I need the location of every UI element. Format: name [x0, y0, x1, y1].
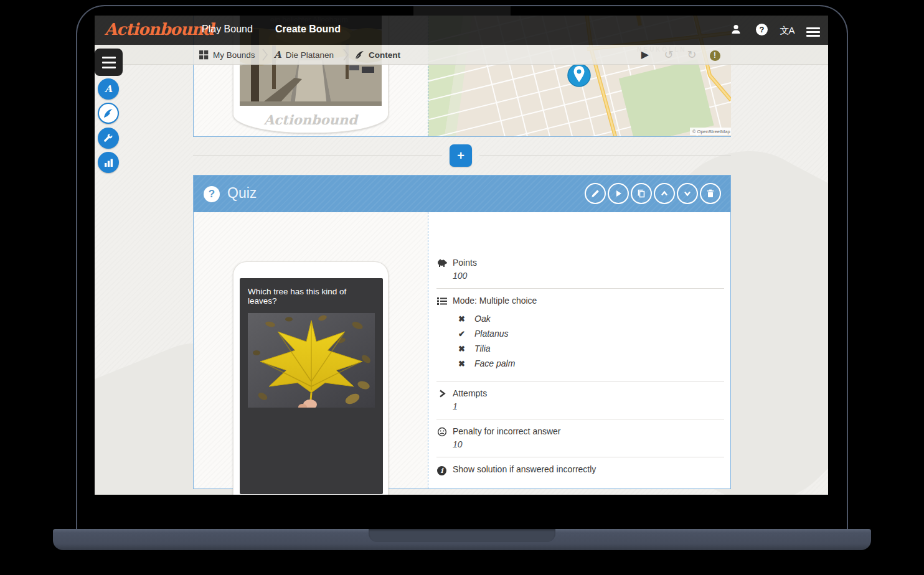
breadcrumb: My Bounds A Die Platanen Content ▶	[95, 45, 828, 65]
plus-icon: +	[457, 149, 464, 162]
nav-create-bound[interactable]: Create Bound	[275, 24, 341, 35]
sidebar-item-bound[interactable]: A	[98, 78, 119, 100]
wrong-answer-icon: ✖	[458, 314, 467, 324]
wrong-answer-icon: ✖	[458, 359, 467, 368]
add-element-button[interactable]: +	[450, 144, 472, 167]
laptop-mockup: Actionbound	[0, 0, 924, 575]
edit-button[interactable]	[585, 183, 606, 204]
points-row: Points 100	[436, 258, 724, 287]
svg-text:?: ?	[759, 25, 764, 34]
breadcrumb-my-bounds[interactable]: My Bounds	[199, 45, 255, 65]
phone-brand-watermark: Actionbound	[233, 494, 388, 495]
user-icon[interactable]	[728, 23, 743, 38]
actionbound-logo[interactable]: Actionbound	[105, 20, 214, 39]
preview-button[interactable]	[608, 183, 629, 204]
help-icon[interactable]: ?	[754, 23, 769, 38]
sidebar-item-settings[interactable]	[98, 128, 119, 149]
solution-row: i Show solution if answered incorrectly	[436, 464, 724, 481]
bound-icon: A	[274, 49, 281, 60]
laptop-base-lip	[369, 529, 555, 542]
answer-options: ✖ Oak ✔ Platanus ✖ Tilia	[458, 314, 724, 368]
breadcrumb-separator	[339, 48, 352, 62]
breadcrumb-content[interactable]: Content	[355, 45, 400, 65]
quiz-card-title: Quiz	[227, 185, 257, 202]
wrong-answer-icon: ✖	[458, 344, 467, 353]
duplicate-button[interactable]	[631, 183, 652, 204]
redo-icon[interactable]: ↻	[684, 48, 699, 62]
pencil-icon	[590, 189, 600, 199]
answer-label: Tilia	[474, 344, 491, 353]
breadcrumb-bound-name[interactable]: A Die Platanen	[274, 45, 334, 65]
answer-label: Platanus	[474, 329, 508, 339]
mode-label: Mode: Multiple choice	[453, 296, 724, 306]
answer-option: ✖ Face palm	[458, 358, 724, 368]
penalty-value: 10	[453, 439, 724, 449]
trash-icon	[705, 189, 715, 199]
grid-icon	[199, 50, 209, 60]
info-icon: i	[436, 465, 447, 475]
play-icon	[613, 189, 623, 199]
nav-play-bound[interactable]: Play Bound	[202, 24, 253, 35]
quiz-question-text: Which tree has this kind of leaves?	[240, 278, 383, 312]
points-label: Points	[453, 258, 724, 268]
alert-icon[interactable]: !	[707, 48, 722, 62]
quiz-details-panel: Points 100	[436, 258, 724, 481]
top-navbar: Actionbound Play Bound Create Bound ? 文A	[95, 16, 828, 45]
undo-icon[interactable]: ↺	[661, 48, 676, 62]
attempts-label: Attempts	[453, 388, 724, 399]
wrench-icon	[103, 133, 113, 143]
move-up-button[interactable]	[654, 183, 675, 204]
sidebar-menu-button[interactable]	[95, 49, 123, 76]
sidebar-item-results[interactable]	[98, 152, 119, 173]
breadcrumb-separator	[258, 48, 271, 62]
chevron-down-icon	[682, 189, 692, 199]
copy-icon	[636, 189, 646, 199]
delete-button[interactable]	[700, 183, 721, 204]
answer-option: ✖ Oak	[458, 314, 724, 324]
quiz-element-card: ? Quiz	[193, 175, 731, 489]
piggy-bank-icon	[436, 258, 447, 269]
menu-icon[interactable]	[806, 23, 821, 38]
answer-label: Face palm	[474, 358, 515, 368]
sad-face-icon	[436, 427, 447, 437]
bound-icon: A	[105, 83, 112, 95]
move-down-button[interactable]	[677, 183, 698, 204]
feather-icon	[103, 108, 113, 118]
chevron-up-icon	[659, 189, 669, 199]
answer-option: ✖ Tilia	[458, 344, 724, 353]
quiz-type-icon: ?	[204, 186, 220, 202]
map-attribution: © OpenStreetMap	[692, 129, 730, 134]
bar-chart-icon	[104, 158, 113, 167]
quiz-card-header: ? Quiz	[194, 175, 730, 212]
translate-icon[interactable]: 文A	[780, 23, 794, 38]
correct-answer-icon: ✔	[458, 329, 467, 339]
attempts-row: Attempts 1	[436, 388, 724, 418]
card-pane-divider	[428, 212, 428, 489]
sidebar-item-content[interactable]	[98, 103, 119, 124]
answer-label: Oak	[474, 314, 491, 324]
attempts-value: 1	[453, 401, 724, 411]
answer-option: ✔ Platanus	[458, 329, 724, 339]
list-icon	[436, 296, 447, 307]
play-bound-icon[interactable]: ▶	[638, 48, 653, 62]
feather-icon	[355, 50, 364, 60]
penalty-label: Penalty for incorrect answer	[453, 426, 724, 437]
map-pin-icon[interactable]	[568, 64, 590, 86]
phone-brand-watermark: Actionbound	[233, 112, 388, 128]
penalty-row: Penalty for incorrect answer 10	[436, 426, 724, 456]
leaf-photo	[248, 313, 375, 408]
solution-label: Show solution if answered incorrectly	[453, 464, 724, 475]
app-screen: Actionbound	[95, 16, 828, 495]
mode-row: Mode: Multiple choice ✖ Oak ✔ Platanus	[436, 296, 724, 380]
points-value: 100	[453, 271, 724, 281]
quiz-phone-preview: Which tree has this kind of leaves?	[233, 261, 389, 495]
chevron-right-icon	[436, 389, 447, 400]
